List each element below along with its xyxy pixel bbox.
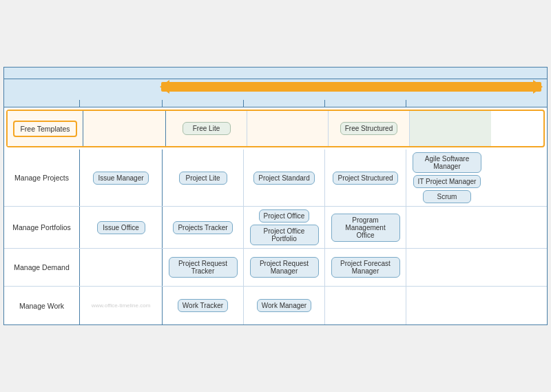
col-header-ss xyxy=(244,100,325,107)
data-row-0: Free TemplatesFree LiteFree Structured xyxy=(6,110,545,147)
item-box: Program Management Office xyxy=(331,214,400,242)
data-cell-2-ps xyxy=(406,207,488,248)
data-cell-2-ss: Project OfficeProject Office Portfolio xyxy=(244,207,325,248)
data-cell-0-mbe xyxy=(83,111,166,146)
item-box: Project Structured xyxy=(333,172,397,185)
item-box: Agile Software Manager xyxy=(413,152,481,173)
row-label-1: Manage Projects xyxy=(4,149,80,206)
item-box: Free Structured xyxy=(340,122,397,135)
data-cell-3-mbe xyxy=(80,249,163,286)
item-box: Issue Manager xyxy=(93,172,148,185)
arrow-row xyxy=(4,79,547,100)
data-row-1: Manage ProjectsIssue ManagerProject Lite… xyxy=(4,149,547,207)
data-cell-0-ps xyxy=(410,111,491,146)
data-cell-0-ss xyxy=(247,111,329,146)
row-label-2: Manage Portfolios xyxy=(4,207,80,248)
data-cell-3-ps xyxy=(406,249,488,286)
data-cell-2-mbe: Issue Office xyxy=(80,207,163,248)
item-box: Project Request Tracker xyxy=(169,257,238,278)
arrow-line xyxy=(161,82,541,92)
data-cell-2-fs: Program Management Office xyxy=(325,207,406,248)
item-box: Project Lite xyxy=(179,172,227,185)
spectrum-arrow xyxy=(161,82,541,96)
header-row xyxy=(4,100,547,107)
arrow-right-icon xyxy=(533,80,543,94)
data-cell-1-fs: Project Structured xyxy=(325,149,406,206)
data-cell-3-fs: Project Forecast Manager xyxy=(325,249,406,286)
data-row-3: Manage DemandProject Request TrackerProj… xyxy=(4,249,547,287)
data-cell-1-ps: Agile Software ManagerIT Project Manager… xyxy=(406,149,488,206)
item-box: Project Standard xyxy=(253,172,315,185)
main-container: Free TemplatesFree LiteFree StructuredMa… xyxy=(3,67,548,325)
col-header-label xyxy=(4,100,80,107)
col-header-ps xyxy=(406,100,488,107)
item-box: Project Office Portfolio xyxy=(250,225,319,245)
item-box: IT Project Manager xyxy=(413,175,481,188)
data-cell-4-ss: Work Manager xyxy=(244,287,325,324)
data-cell-2-ls: Projects Tracker xyxy=(163,207,244,248)
row-label-4: Manage Work xyxy=(4,287,80,324)
title-bar xyxy=(4,68,547,79)
row-label-3: Manage Demand xyxy=(4,249,80,286)
item-box: Project Forecast Manager xyxy=(331,257,400,278)
row-label-text-0: Free Templates xyxy=(13,121,76,137)
item-box: Scrum xyxy=(423,190,471,203)
data-cell-3-ss: Project Request Manager xyxy=(244,249,325,286)
data-cell-1-ls: Project Lite xyxy=(163,149,244,206)
item-box: Free Lite xyxy=(183,122,231,135)
data-cell-4-ps xyxy=(406,287,488,324)
col-header-ls xyxy=(163,100,244,107)
data-cell-0-fs: Free Structured xyxy=(329,111,410,146)
data-cell-4-fs xyxy=(325,287,406,324)
data-cell-3-ls: Project Request Tracker xyxy=(163,249,244,286)
item-box: Work Tracker xyxy=(178,299,228,312)
data-cell-1-ss: Project Standard xyxy=(244,149,325,206)
col-header-fs xyxy=(325,100,406,107)
data-cell-0-ls: Free Lite xyxy=(166,111,247,146)
item-box: Work Manager xyxy=(257,299,311,312)
data-cell-1-mbe: Issue Manager xyxy=(80,149,163,206)
data-cell-4-ls: Work Tracker xyxy=(163,287,244,324)
data-cell-4-mbe: www.office-timeline.com xyxy=(80,287,163,324)
item-box: Issue Office xyxy=(97,221,145,234)
data-row-2: Manage PortfoliosIssue OfficeProjects Tr… xyxy=(4,207,547,249)
content-area: Free TemplatesFree LiteFree StructuredMa… xyxy=(4,107,547,324)
data-row-4: Manage Workwww.office-timeline.comWork T… xyxy=(4,287,547,324)
arrow-left-icon xyxy=(160,80,169,94)
watermark: www.office-timeline.com xyxy=(92,302,151,309)
item-box: Project Office xyxy=(259,209,310,223)
row-label-0: Free Templates xyxy=(8,111,83,146)
item-box: Project Request Manager xyxy=(250,257,319,278)
item-box: Projects Tracker xyxy=(173,221,232,234)
col-header-mbe xyxy=(80,100,163,107)
